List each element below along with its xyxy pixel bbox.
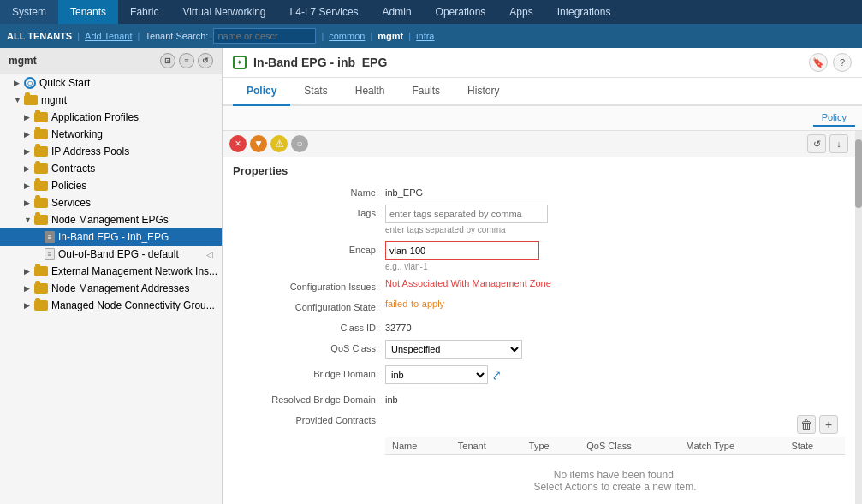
sidebar-item-ip-pools[interactable]: ▶ IP Address Pools xyxy=(0,143,222,160)
sidebar-item-label: Networking xyxy=(51,128,103,140)
sidebar-item-managed-node[interactable]: ▶ Managed Node Connectivity Grou... xyxy=(0,297,222,314)
all-tenants-btn[interactable]: ALL TENANTS xyxy=(7,31,72,41)
sidebar-item-inband-epg[interactable]: ≡ In-Band EPG - inb_EPG xyxy=(0,228,222,246)
contracts-table-wrap: 🗑 + Name Tenant Type QoS Class xyxy=(385,412,845,504)
class-id-value: 32770 xyxy=(385,319,845,333)
folder-icon xyxy=(34,112,48,122)
scrollbar[interactable] xyxy=(855,131,862,504)
form-row-name: Name: inb_EPG xyxy=(223,181,855,201)
form-row-config-issues: Configuration Issues: Not Associated Wit… xyxy=(223,275,855,295)
sidebar-icon-list[interactable]: ≡ xyxy=(179,53,194,68)
encap-field-wrap: e.g., vlan-1 xyxy=(385,241,539,271)
sidebar-item-mgmt[interactable]: ▼ mgmt xyxy=(0,92,222,109)
policy-sub-header: Policy xyxy=(223,106,862,131)
encap-input[interactable] xyxy=(385,241,539,260)
resolved-bd-label: Resolved Bridge Domain: xyxy=(233,391,378,405)
tab-faults[interactable]: Faults xyxy=(398,78,454,106)
contracts-table: Name Tenant Type QoS Class Match Type St… xyxy=(385,437,845,504)
add-row-btn[interactable]: + xyxy=(819,415,838,434)
bookmark-btn[interactable]: 🔖 xyxy=(809,53,828,72)
form-row-bridge-domain: Bridge Domain: inb ⤤ xyxy=(223,362,855,388)
bridge-domain-link-icon[interactable]: ⤤ xyxy=(491,368,502,382)
tab-health[interactable]: Health xyxy=(342,78,399,106)
properties-title: Properties xyxy=(223,157,855,181)
download-btn[interactable]: ↓ xyxy=(829,134,848,153)
arrow-icon: ▶ xyxy=(24,113,34,122)
collapse-icon[interactable]: ◁ xyxy=(206,250,217,259)
sidebar-item-app-profiles[interactable]: ▶ Application Profiles xyxy=(0,109,222,126)
sidebar-item-contracts[interactable]: ▶ Contracts xyxy=(0,160,222,177)
nav-tenants[interactable]: Tenants xyxy=(58,0,118,24)
arrow-icon: ▶ xyxy=(24,199,34,207)
nav-virtual-networking[interactable]: Virtual Networking xyxy=(170,0,277,24)
config-issues-label: Configuration Issues: xyxy=(233,278,378,292)
folder-icon xyxy=(34,266,48,276)
sidebar-item-node-mgmt-addr[interactable]: ▶ Node Management Addresses xyxy=(0,280,222,297)
tags-input[interactable] xyxy=(385,205,548,223)
properties-scroll[interactable]: × ▼ ⚠ ○ ↺ ↓ Properties Name: i xyxy=(223,131,855,504)
tags-label: Tags: xyxy=(233,205,378,218)
tenant-bar: ALL TENANTS | Add Tenant | Tenant Search… xyxy=(0,24,862,48)
sidebar-icon-grid[interactable]: ⊡ xyxy=(160,53,175,68)
action-toolbar: × ▼ ⚠ ○ ↺ ↓ xyxy=(223,131,855,157)
encap-label: Encap: xyxy=(233,241,378,255)
sidebar-item-quickstart[interactable]: ▶ Q Quick Start xyxy=(0,74,222,92)
tenant-infra-link[interactable]: infra xyxy=(416,31,434,41)
tab-history[interactable]: History xyxy=(454,78,513,106)
refresh-btn[interactable]: ↺ xyxy=(807,134,826,153)
toolbar-right: ↺ ↓ xyxy=(807,134,848,153)
properties-area: × ▼ ⚠ ○ ↺ ↓ Properties Name: i xyxy=(223,131,862,504)
arrow-icon: ▶ xyxy=(24,181,34,190)
qos-select[interactable]: Unspecified Level1 Level2 Level3 Level4 … xyxy=(385,340,522,359)
folder-icon xyxy=(34,129,48,139)
sidebar-item-outofband-epg[interactable]: ≡ Out-of-Band EPG - default ◁ xyxy=(0,246,222,263)
tab-stats[interactable]: Stats xyxy=(290,78,341,106)
form-row-resolved-bd: Resolved Bridge Domain: inb xyxy=(223,388,855,408)
action-warn-btn[interactable]: ⚠ xyxy=(270,135,288,152)
nav-operations[interactable]: Operations xyxy=(424,0,498,24)
delete-row-btn[interactable]: 🗑 xyxy=(797,415,816,434)
arrow-icon: ▶ xyxy=(14,79,24,87)
nav-l4l7[interactable]: L4-L7 Services xyxy=(278,0,371,24)
arrow-icon: ▶ xyxy=(24,301,34,310)
help-btn[interactable]: ? xyxy=(833,53,852,72)
action-delete-btn[interactable]: × xyxy=(229,135,247,152)
nav-apps[interactable]: Apps xyxy=(497,0,544,24)
sidebar-icon-refresh[interactable]: ↺ xyxy=(198,53,213,68)
sidebar-item-label: Services xyxy=(51,197,91,209)
tenant-search-label: Tenant Search: xyxy=(145,31,208,41)
sidebar-item-services[interactable]: ▶ Services xyxy=(0,194,222,211)
sidebar-title: mgmt xyxy=(9,55,37,67)
encap-hint: e.g., vlan-1 xyxy=(385,260,539,271)
policy-panel: Policy × ▼ ⚠ ○ ↺ ↓ xyxy=(223,106,862,504)
add-tenant-btn[interactable]: Add Tenant xyxy=(85,31,132,41)
sidebar-item-policies[interactable]: ▶ Policies xyxy=(0,177,222,194)
config-state-label: Configuration State: xyxy=(233,299,378,312)
sidebar-item-networking[interactable]: ▶ Networking xyxy=(0,126,222,143)
doc-icon: ≡ xyxy=(45,231,55,243)
folder-icon xyxy=(24,95,38,105)
tenant-common-link[interactable]: common xyxy=(329,31,365,41)
col-name: Name xyxy=(385,437,451,455)
nav-system[interactable]: System xyxy=(0,0,58,24)
nav-fabric[interactable]: Fabric xyxy=(118,0,170,24)
tenant-search-input[interactable] xyxy=(213,28,316,44)
nav-integrations[interactable]: Integrations xyxy=(545,0,623,24)
action-circle-btn[interactable]: ○ xyxy=(291,135,308,152)
tab-policy[interactable]: Policy xyxy=(233,78,290,106)
action-down-btn[interactable]: ▼ xyxy=(250,135,267,152)
sidebar-item-ext-mgmt[interactable]: ▶ External Management Network Ins... xyxy=(0,263,222,280)
sidebar-item-label: IP Address Pools xyxy=(51,145,129,157)
folder-icon xyxy=(34,198,48,208)
sidebar-item-node-mgmt-epgs[interactable]: ▼ Node Management EPGs xyxy=(0,211,222,228)
nav-admin[interactable]: Admin xyxy=(371,0,424,24)
policy-sub-tab[interactable]: Policy xyxy=(813,110,855,127)
form-row-config-state: Configuration State: failed-to-apply xyxy=(223,295,855,316)
sidebar-item-label: Contracts xyxy=(51,163,95,175)
bridge-domain-select[interactable]: inb xyxy=(385,365,488,384)
tenant-mgmt-link[interactable]: mgmt xyxy=(377,31,403,41)
form-row-tags: Tags: enter tags separated by comma xyxy=(223,201,855,238)
qos-wrap: Unspecified Level1 Level2 Level3 Level4 … xyxy=(385,340,522,359)
sidebar-item-label: Managed Node Connectivity Grou... xyxy=(51,299,215,311)
sidebar-item-label: Out-of-Band EPG - default xyxy=(58,248,179,260)
